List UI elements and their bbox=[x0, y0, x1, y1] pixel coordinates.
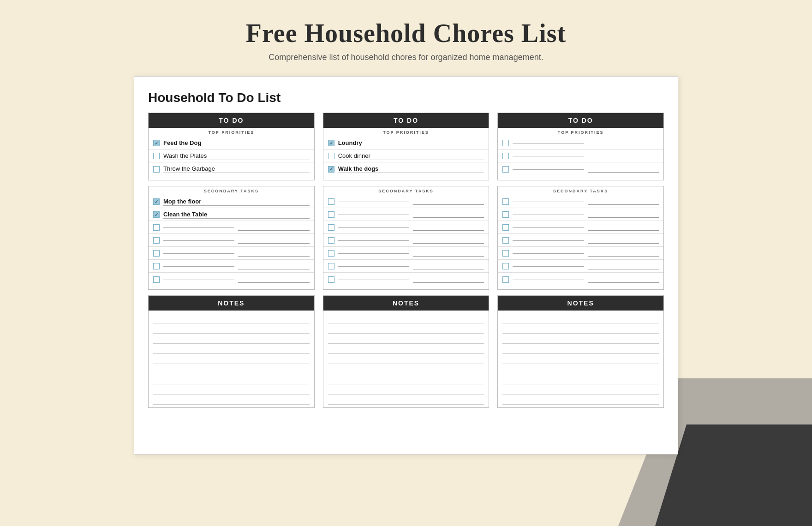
priority-task-col2-row3[interactable]: Walk the dogs bbox=[323, 162, 489, 175]
secondary-task-col3-row3[interactable] bbox=[498, 221, 663, 234]
secondary-task-col2-row3[interactable] bbox=[323, 221, 489, 234]
secondary-label-col2: SECONDARY TASKS bbox=[323, 186, 489, 195]
secondary-task-col2-row6[interactable] bbox=[323, 260, 489, 273]
checkbox-priority-col1-row2[interactable] bbox=[153, 153, 160, 159]
task-line-secondary-col2-row7 bbox=[413, 276, 484, 283]
secondary-task-col2-row5[interactable] bbox=[323, 247, 489, 260]
priority-task-col3-row3[interactable] bbox=[498, 162, 663, 175]
checkbox-secondary-col2-row4[interactable] bbox=[328, 237, 334, 244]
task-line-priority-col3-row1 bbox=[588, 140, 659, 146]
checkbox-secondary-col1-row7[interactable] bbox=[153, 276, 160, 283]
todo-header-col3: TO DO bbox=[498, 113, 663, 128]
checkbox-secondary-col1-row5[interactable] bbox=[153, 250, 160, 257]
checkbox-secondary-col1-row4[interactable] bbox=[153, 237, 160, 244]
column-1: TO DOTOP PRIORITIESFeed the DogWash the … bbox=[148, 113, 315, 408]
secondary-task-col3-row2[interactable] bbox=[498, 208, 663, 221]
columns-wrapper: TO DOTOP PRIORITIESFeed the DogWash the … bbox=[148, 113, 664, 408]
checkbox-secondary-col2-row7[interactable] bbox=[328, 276, 334, 283]
note-line-col1-5 bbox=[153, 354, 310, 364]
notes-section-col2: NOTES bbox=[323, 295, 490, 408]
note-line-col2-7 bbox=[328, 374, 484, 384]
checkbox-priority-col2-row1[interactable] bbox=[328, 140, 334, 146]
checkbox-priority-col3-row1[interactable] bbox=[502, 140, 509, 146]
priority-section-col2: TO DOTOP PRIORITIESLoundryCook dinnerWal… bbox=[323, 113, 490, 180]
checkbox-priority-col3-row2[interactable] bbox=[502, 153, 509, 159]
secondary-task-col3-row7[interactable] bbox=[498, 273, 663, 286]
checkbox-priority-col3-row3[interactable] bbox=[502, 166, 509, 173]
secondary-task-col3-row1[interactable] bbox=[498, 195, 663, 208]
note-line-col1-1 bbox=[153, 313, 310, 323]
page-container: Free Household Chores List Comprehensive… bbox=[0, 0, 812, 464]
secondary-task-col1-row4[interactable] bbox=[149, 234, 314, 247]
secondary-label-col1: SECONDARY TASKS bbox=[149, 186, 314, 195]
column-2: TO DOTOP PRIORITIESLoundryCook dinnerWal… bbox=[323, 113, 490, 408]
checkbox-priority-col1-row1[interactable] bbox=[153, 140, 160, 146]
checkbox-secondary-col1-row2[interactable] bbox=[153, 211, 160, 218]
secondary-task-col2-row2[interactable] bbox=[323, 208, 489, 221]
note-line-col3-6 bbox=[502, 364, 659, 374]
secondary-task-col2-row7[interactable] bbox=[323, 273, 489, 286]
task-text-secondary-col1-row2: Clean the Table bbox=[163, 211, 310, 219]
checkbox-secondary-col2-row5[interactable] bbox=[328, 250, 334, 257]
secondary-task-col3-row5[interactable] bbox=[498, 247, 663, 260]
task-text-priority-col3-row3 bbox=[513, 169, 584, 170]
secondary-task-col1-row5[interactable] bbox=[149, 247, 314, 260]
checkbox-priority-col1-row3[interactable] bbox=[153, 166, 160, 173]
priority-task-col3-row2[interactable] bbox=[498, 149, 663, 162]
checkbox-priority-col2-row3[interactable] bbox=[328, 166, 334, 173]
task-text-priority-col1-row1: Feed the Dog bbox=[163, 139, 310, 147]
secondary-task-col1-row6[interactable] bbox=[149, 260, 314, 273]
checkbox-secondary-col2-row2[interactable] bbox=[328, 211, 334, 218]
priority-task-col1-row3[interactable]: Throw the Garbage bbox=[149, 162, 314, 175]
checkbox-secondary-col1-row1[interactable] bbox=[153, 198, 160, 205]
priority-task-col2-row1[interactable]: Loundry bbox=[323, 137, 489, 149]
checkbox-secondary-col3-row5[interactable] bbox=[502, 250, 509, 257]
checkbox-secondary-col3-row4[interactable] bbox=[502, 237, 509, 244]
checkbox-secondary-col2-row1[interactable] bbox=[328, 198, 334, 205]
notes-lines-col3 bbox=[498, 311, 663, 407]
secondary-task-col3-row4[interactable] bbox=[498, 234, 663, 247]
task-text-secondary-col2-row6 bbox=[338, 266, 409, 267]
note-line-col2-8 bbox=[328, 384, 484, 394]
secondary-task-col2-row1[interactable] bbox=[323, 195, 489, 208]
secondary-task-col2-row4[interactable] bbox=[323, 234, 489, 247]
task-line-secondary-col3-row2 bbox=[588, 211, 659, 218]
secondary-task-col3-row6[interactable] bbox=[498, 260, 663, 273]
checkbox-secondary-col1-row6[interactable] bbox=[153, 263, 160, 269]
checkbox-secondary-col3-row7[interactable] bbox=[502, 276, 509, 283]
checkbox-secondary-col3-row3[interactable] bbox=[502, 224, 509, 231]
task-text-secondary-col1-row1: Mop the floor bbox=[163, 198, 310, 206]
task-line-secondary-col1-row5 bbox=[238, 250, 309, 257]
task-text-priority-col3-row2 bbox=[513, 155, 584, 156]
task-line-secondary-col2-row6 bbox=[413, 263, 484, 269]
checkbox-secondary-col2-row6[interactable] bbox=[328, 263, 334, 269]
secondary-task-col1-row1[interactable]: Mop the floor bbox=[149, 195, 314, 208]
task-text-secondary-col3-row2 bbox=[513, 214, 584, 215]
priority-task-col1-row2[interactable]: Wash the Plates bbox=[149, 149, 314, 162]
todo-header-col2: TO DO bbox=[323, 113, 489, 128]
secondary-task-col1-row3[interactable] bbox=[149, 221, 314, 234]
secondary-label-col3: SECONDARY TASKS bbox=[498, 186, 663, 195]
secondary-task-col1-row2[interactable]: Clean the Table bbox=[149, 208, 314, 221]
priority-task-col1-row1[interactable]: Feed the Dog bbox=[149, 137, 314, 149]
task-line-priority-col3-row2 bbox=[588, 153, 659, 159]
checkbox-secondary-col3-row2[interactable] bbox=[502, 211, 509, 218]
checkbox-secondary-col2-row3[interactable] bbox=[328, 224, 334, 231]
column-3: TO DOTOP PRIORITIESSECONDARY TASKSNOTES bbox=[497, 113, 664, 408]
priority-section-col1: TO DOTOP PRIORITIESFeed the DogWash the … bbox=[148, 113, 315, 180]
task-text-secondary-col3-row1 bbox=[513, 201, 584, 202]
checkbox-secondary-col3-row1[interactable] bbox=[502, 198, 509, 205]
checkbox-secondary-col1-row3[interactable] bbox=[153, 224, 160, 231]
task-line-secondary-col3-row4 bbox=[588, 237, 659, 244]
checkbox-priority-col2-row2[interactable] bbox=[328, 153, 334, 159]
task-text-priority-col2-row1: Loundry bbox=[338, 139, 484, 147]
todo-header-col1: TO DO bbox=[149, 113, 314, 128]
top-priorities-label-col1: TOP PRIORITIES bbox=[149, 128, 314, 137]
task-line-secondary-col2-row3 bbox=[413, 224, 484, 231]
note-line-col1-2 bbox=[153, 323, 310, 334]
priority-task-col2-row2[interactable]: Cook dinner bbox=[323, 149, 489, 162]
priority-task-col3-row1[interactable] bbox=[498, 137, 663, 149]
secondary-task-col1-row7[interactable] bbox=[149, 273, 314, 286]
checkbox-secondary-col3-row6[interactable] bbox=[502, 263, 509, 269]
note-line-col3-4 bbox=[502, 344, 659, 354]
